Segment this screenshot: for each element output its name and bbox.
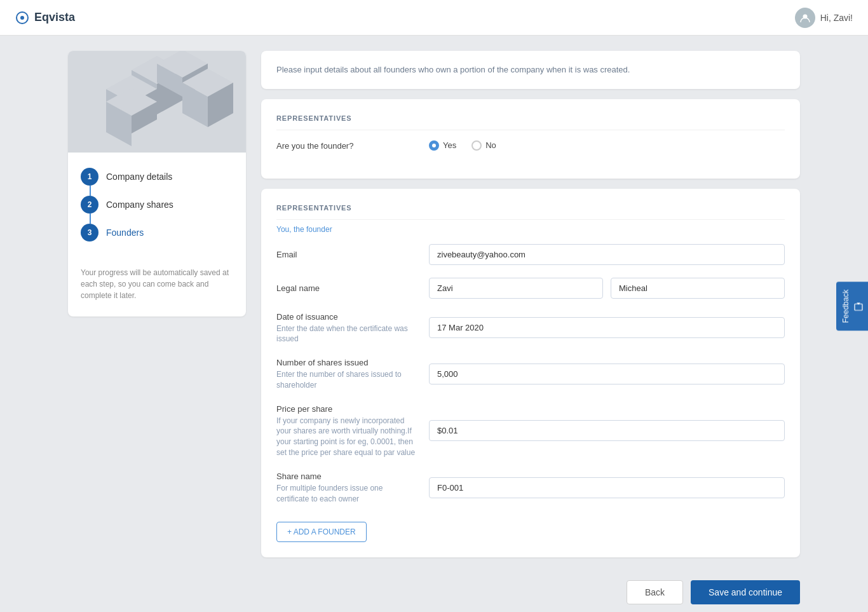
step-2-label: Company shares [106, 200, 173, 210]
add-founder-button[interactable]: + ADD A FOUNDER [276, 522, 367, 542]
step-1: 1 Company details [81, 168, 233, 186]
content-area: Please input details about all founders … [261, 51, 800, 609]
step-1-number: 1 [81, 168, 98, 186]
shares-label-col: Number of shares issued Enter the number… [276, 357, 429, 391]
date-sublabel: Enter the date when the certificate was … [276, 323, 416, 345]
email-label-col: Email [276, 249, 429, 259]
share-name-row: Share name For multiple founders issue o… [276, 471, 785, 505]
header: Eqvista Hi, Zavi! [0, 0, 868, 36]
sidebar-note: Your progress will be automatically save… [68, 267, 246, 316]
share-name-input[interactable] [429, 477, 785, 498]
step-2-number: 2 [81, 196, 98, 214]
logo-icon [15, 11, 29, 25]
logo: Eqvista [15, 11, 75, 25]
legal-name-row: Legal name [276, 278, 785, 299]
price-control-col [429, 420, 785, 441]
founder-radio-group: Yes No [429, 140, 785, 151]
step-3-label: Founders [106, 228, 144, 238]
legal-name-label-col: Legal name [276, 283, 429, 293]
step-2: 2 Company shares [81, 196, 233, 214]
shares-sublabel: Enter the number of shares issued to sha… [276, 369, 416, 391]
feedback-icon [854, 302, 863, 311]
logo-text: Eqvista [34, 11, 75, 24]
founder-radio-col: Yes No [429, 140, 785, 151]
shares-control-col [429, 364, 785, 384]
price-row: Price per share If your company is newly… [276, 404, 785, 458]
date-label-col: Date of issuance Enter the date when the… [276, 311, 429, 345]
price-input[interactable] [429, 420, 785, 441]
radio-no-dot [471, 140, 482, 151]
legal-name-label: Legal name [276, 283, 320, 293]
user-greeting: Hi, Zavi! [820, 13, 853, 23]
intro-text: Please input details about all founders … [276, 64, 785, 76]
date-label: Date of issuance [276, 312, 338, 322]
feedback-tab[interactable]: Feedback [836, 282, 868, 330]
share-name-sublabel: For multiple founders issue one certific… [276, 483, 416, 505]
shares-input[interactable] [429, 364, 785, 384]
sidebar-illustration [68, 51, 246, 153]
user-avatar-icon [795, 8, 815, 28]
first-name-input[interactable] [429, 278, 603, 299]
section-title-2: REPRESENTATIVES [276, 204, 785, 220]
date-control-col [429, 317, 785, 338]
back-button[interactable]: Back [627, 580, 683, 604]
representatives-card-2: REPRESENTATIVES You, the founder Email L… [261, 189, 800, 558]
representatives-subtitle: You, the founder [276, 225, 785, 234]
sidebar: 1 Company details 2 Company shares 3 Fou… [68, 51, 246, 609]
section-title-1: REPRESENTATIVES [276, 114, 785, 130]
share-name-label: Share name [276, 472, 322, 481]
email-label: Email [276, 250, 297, 259]
sidebar-steps: 1 Company details 2 Company shares 3 Fou… [68, 153, 246, 267]
price-label-col: Price per share If your company is newly… [276, 404, 429, 458]
email-row: Email [276, 244, 785, 265]
step-3: 3 Founders [81, 224, 233, 241]
price-sublabel: If your company is newly incorporated yo… [276, 416, 416, 458]
save-continue-button[interactable]: Save and continue [691, 580, 800, 604]
price-label: Price per share [276, 404, 332, 414]
step-1-label: Company details [106, 172, 172, 182]
sidebar-card: 1 Company details 2 Company shares 3 Fou… [68, 51, 246, 316]
intro-card: Please input details about all founders … [261, 51, 800, 89]
radio-no[interactable]: No [471, 140, 496, 151]
shares-label: Number of shares issued [276, 358, 369, 367]
date-row: Date of issuance Enter the date when the… [276, 311, 785, 345]
email-control-col [429, 244, 785, 265]
user-info: Hi, Zavi! [795, 8, 853, 28]
founder-question-label-col: Are you the founder? [276, 140, 429, 151]
feedback-label: Feedback [841, 289, 850, 323]
representatives-card-1: REPRESENTATIVES Are you the founder? Yes… [261, 99, 800, 179]
founder-question-label: Are you the founder? [276, 141, 353, 151]
email-input[interactable] [429, 244, 785, 265]
iso-svg [68, 51, 246, 153]
footer-actions: Back Save and continue [261, 568, 800, 609]
name-row [429, 278, 785, 299]
share-name-control-col [429, 477, 785, 498]
svg-point-1 [20, 16, 24, 20]
radio-no-label: No [485, 140, 496, 150]
radio-yes-dot [429, 140, 439, 151]
founder-question-row: Are you the founder? Yes No [276, 140, 785, 151]
legal-name-control-col [429, 278, 785, 299]
last-name-input[interactable] [611, 278, 785, 299]
radio-yes-label: Yes [443, 140, 456, 150]
shares-row: Number of shares issued Enter the number… [276, 357, 785, 391]
share-name-label-col: Share name For multiple founders issue o… [276, 471, 429, 505]
main-layout: 1 Company details 2 Company shares 3 Fou… [53, 36, 815, 612]
date-input[interactable] [429, 317, 785, 338]
step-3-number: 3 [81, 224, 98, 241]
radio-yes[interactable]: Yes [429, 140, 456, 151]
